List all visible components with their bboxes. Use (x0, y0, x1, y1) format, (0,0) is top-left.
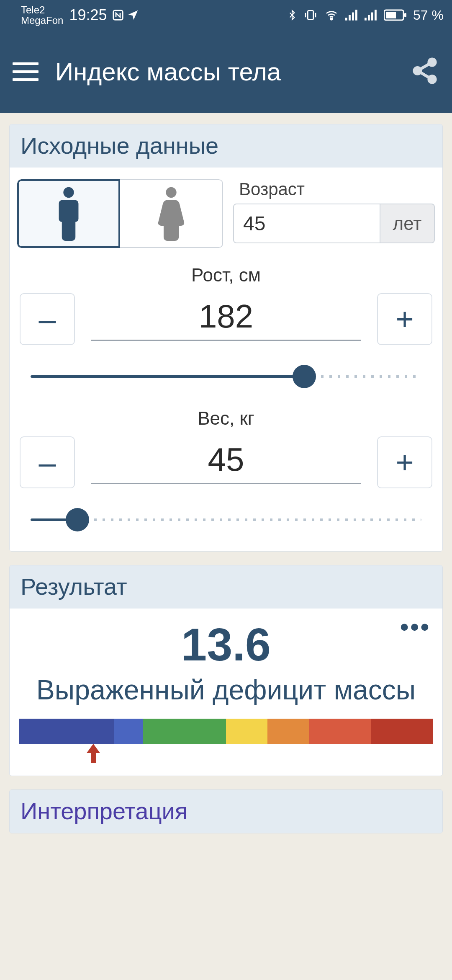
svg-rect-8 (368, 15, 370, 21)
svg-rect-5 (352, 13, 354, 21)
location-icon (127, 9, 139, 21)
age-input[interactable]: 45 (233, 204, 380, 243)
share-icon (410, 56, 439, 85)
carrier-2: MegaFon (21, 15, 63, 26)
weight-label: Вес, кг (17, 408, 435, 429)
height-minus-button[interactable]: – (20, 293, 75, 345)
scale-segment (114, 719, 143, 744)
result-more-button[interactable]: ••• (400, 613, 431, 641)
svg-point-16 (429, 76, 435, 83)
nfc-icon (112, 9, 124, 21)
vibrate-icon (303, 8, 318, 22)
svg-rect-3 (345, 18, 347, 20)
weight-slider[interactable] (31, 505, 421, 534)
bmi-description: Выраженный дефицит массы (19, 674, 433, 706)
svg-point-15 (414, 67, 421, 74)
signal-1-icon (345, 9, 359, 21)
svg-point-14 (429, 59, 435, 65)
scale-segment (19, 719, 114, 744)
female-icon (156, 186, 187, 241)
svg-rect-12 (386, 12, 396, 18)
height-block: Рост, см – 182 + (17, 265, 435, 391)
input-data-card: Исходные данные Возраст 45 лет (9, 124, 443, 552)
svg-rect-4 (349, 15, 351, 21)
status-right-icons: 57 % (287, 8, 444, 23)
age-unit: лет (380, 204, 435, 243)
interpretation-card-title: Интерпретация (10, 790, 442, 833)
svg-rect-1 (308, 10, 313, 19)
share-button[interactable] (410, 56, 439, 87)
age-block: Возраст 45 лет (233, 179, 435, 243)
weight-slider-thumb[interactable] (66, 508, 89, 531)
carrier-1: Tele2 (21, 5, 63, 15)
interpretation-card: Интерпретация (9, 789, 443, 833)
status-bar: Tele2 MegaFon 19:25 57 % (0, 0, 452, 30)
height-value[interactable]: 182 (91, 297, 361, 341)
svg-rect-10 (375, 10, 377, 21)
scale-segment (226, 719, 267, 744)
height-slider-fill (31, 375, 304, 378)
male-icon (53, 186, 84, 241)
app-bar: Индекс массы тела (0, 30, 452, 113)
menu-button[interactable] (13, 59, 39, 85)
gender-female-button[interactable] (120, 179, 223, 248)
svg-point-18 (166, 187, 176, 198)
weight-minus-button[interactable]: – (20, 436, 75, 488)
weight-block: Вес, кг – 45 + (17, 408, 435, 534)
arrow-up-icon (85, 744, 102, 763)
age-label: Возраст (233, 179, 435, 199)
height-label: Рост, см (17, 265, 435, 286)
gender-male-button[interactable] (17, 179, 120, 248)
input-card-title: Исходные данные (10, 124, 442, 168)
bmi-value: 13.6 (19, 618, 433, 671)
svg-rect-6 (355, 10, 357, 21)
height-plus-button[interactable]: + (377, 293, 432, 345)
svg-point-2 (331, 18, 332, 20)
weight-plus-button[interactable]: + (377, 436, 432, 488)
svg-rect-7 (365, 18, 367, 20)
height-slider[interactable] (31, 362, 421, 391)
scale-segment (143, 719, 226, 744)
status-left-icons (112, 9, 139, 21)
bmi-color-scale (19, 719, 433, 744)
weight-value[interactable]: 45 (91, 441, 361, 484)
bluetooth-icon (287, 8, 298, 22)
battery-icon (384, 9, 407, 21)
scale-segment (371, 719, 434, 744)
svg-rect-9 (371, 13, 373, 21)
scale-segment (267, 719, 309, 744)
height-slider-thumb[interactable] (293, 365, 316, 388)
bmi-arrow-indicator (85, 744, 102, 765)
svg-point-17 (63, 187, 74, 198)
battery-percent: 57 % (413, 8, 444, 23)
page-title: Индекс массы тела (55, 57, 281, 86)
scale-segment (309, 719, 371, 744)
signal-2-icon (365, 9, 378, 21)
carrier-block: Tele2 MegaFon (21, 5, 63, 26)
result-card-title: Результат (10, 565, 442, 609)
wifi-icon (324, 8, 339, 22)
gender-toggle (17, 179, 223, 248)
status-time: 19:25 (69, 6, 107, 24)
result-card: Результат ••• 13.6 Выраженный дефицит ма… (9, 565, 443, 776)
svg-rect-13 (404, 13, 406, 17)
